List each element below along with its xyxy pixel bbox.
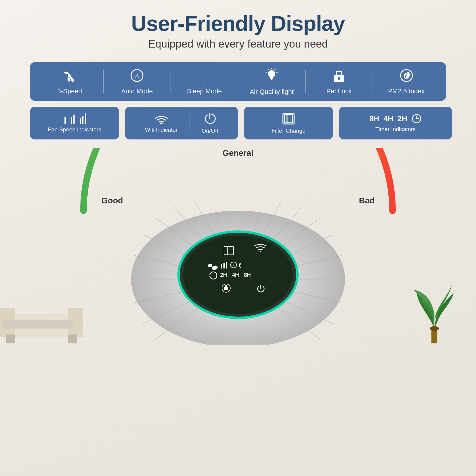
svg-rect-55: [223, 263, 225, 268]
svg-line-7: [268, 69, 269, 70]
main-title: User-Friendly Display: [0, 12, 476, 35]
divider: [190, 115, 190, 131]
svg-point-52: [260, 251, 261, 252]
timer-2h: 2H: [398, 114, 407, 123]
filter-bar: Filter Change: [244, 107, 333, 139]
power-icon: [204, 112, 216, 125]
onoff-label: On/Off: [202, 128, 218, 134]
purifier-body: A 2H 4H 8H: [127, 196, 349, 345]
svg-rect-14: [64, 117, 66, 124]
fan-icon: [62, 68, 77, 85]
timer-label: Timer Indicators: [375, 126, 416, 133]
filter-label: Filter Change: [272, 128, 305, 134]
svg-rect-9: [271, 79, 272, 80]
wifi-onoff-bar: Wifi Indicator On/Off: [125, 107, 238, 139]
sub-title: Equipped with every feature you need: [0, 38, 476, 50]
plant-svg: [408, 224, 467, 343]
fan-speed-label: Fan Speed indicators: [48, 126, 101, 133]
features-section: 3-Speed A Auto Mode Sleep Mode: [30, 62, 446, 139]
feature-bar-row2: Fan Speed indicators Wifi Indicator: [30, 107, 446, 139]
svg-text:8H: 8H: [244, 272, 251, 278]
feature-pm25: PM2.5 Index: [373, 65, 440, 98]
sleep-icon: [197, 68, 212, 85]
svg-rect-16: [73, 114, 75, 124]
sofa-decoration: [0, 260, 83, 345]
speed1-icon: [63, 113, 67, 124]
gauge-bad-label: Bad: [359, 196, 375, 205]
svg-rect-69: [3, 320, 74, 329]
svg-rect-12: [338, 78, 340, 80]
svg-rect-8: [270, 78, 273, 79]
timer-bar: 8H 4H 2H Timer Indicators: [339, 107, 452, 139]
svg-rect-70: [6, 334, 15, 343]
svg-rect-17: [80, 118, 81, 124]
svg-rect-19: [85, 113, 86, 124]
header: User-Friendly Display Equipped with ever…: [0, 0, 476, 50]
svg-point-65: [430, 326, 439, 331]
svg-text:2H: 2H: [220, 272, 227, 278]
svg-point-20: [160, 123, 162, 125]
timer-4h: 4H: [383, 114, 393, 123]
feature-3speed: 3-Speed: [36, 65, 103, 98]
feature-bar-1: 3-Speed A Auto Mode Sleep Mode: [30, 62, 446, 101]
feature-petlock-label: Pet Lock: [326, 87, 352, 95]
svg-text:4H: 4H: [232, 272, 239, 278]
feature-auto-label: Auto Mode: [121, 87, 153, 95]
sofa-svg: [0, 260, 83, 343]
lock-icon: [332, 68, 346, 85]
svg-text:A: A: [134, 72, 139, 79]
feature-airquality: Air Quality light: [238, 64, 305, 99]
feature-petlock: Pet Lock: [305, 65, 373, 98]
fan-speed-bar: Fan Speed indicators: [30, 107, 119, 139]
purifier-svg: A 2H 4H 8H: [127, 196, 349, 345]
page-content: User-Friendly Display Equipped with ever…: [0, 0, 476, 476]
filter-icon: [281, 112, 296, 125]
feature-3speed-label: 3-Speed: [57, 87, 82, 95]
speed2-icon: [71, 113, 76, 124]
svg-text:A: A: [232, 263, 235, 267]
auto-icon: A: [130, 68, 144, 85]
svg-line-5: [276, 73, 278, 73]
gauge-device-section: General Good Bad: [0, 148, 476, 345]
clock-icon: [412, 114, 422, 124]
svg-point-53: [212, 265, 214, 267]
wifi-icon: [154, 113, 169, 124]
timer-8h: 8H: [369, 114, 379, 123]
feature-sleep: Sleep Mode: [171, 65, 238, 98]
svg-line-4: [275, 69, 275, 70]
wifi-label: Wifi Indicator: [145, 127, 178, 133]
plant-decoration: [408, 224, 467, 345]
gauge-good-label: Good: [101, 196, 123, 205]
feature-sleep-label: Sleep Mode: [187, 87, 222, 95]
svg-point-0: [68, 74, 71, 77]
feature-auto: A Auto Mode: [103, 65, 171, 98]
svg-rect-56: [226, 262, 227, 268]
svg-rect-63: [224, 287, 228, 290]
svg-rect-22: [285, 114, 292, 123]
lightbulb-icon: [264, 67, 279, 86]
svg-rect-71: [68, 334, 77, 343]
svg-rect-18: [82, 116, 83, 124]
leaf-icon: [399, 68, 414, 85]
svg-line-6: [266, 73, 267, 73]
feature-airquality-label: Air Quality light: [250, 88, 294, 96]
feature-pm25-label: PM2.5 Index: [388, 87, 425, 95]
speed3-icon: [80, 113, 86, 124]
svg-rect-15: [71, 117, 72, 124]
device-container: A 2H 4H 8H: [127, 196, 349, 345]
svg-rect-54: [221, 264, 222, 268]
